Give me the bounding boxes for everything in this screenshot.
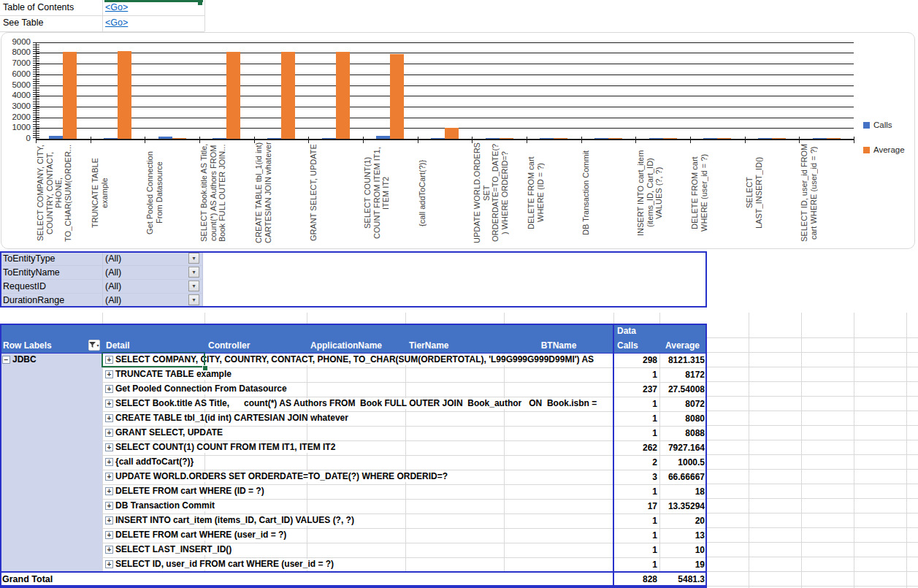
chart-bar-average bbox=[336, 52, 350, 139]
sheet-column-gridline bbox=[405, 313, 406, 324]
legend-swatch-average bbox=[863, 147, 870, 153]
chart-y-gridline bbox=[36, 64, 854, 64]
legend-swatch-calls bbox=[863, 122, 870, 129]
chart-x-category-label: SELECT Book.title AS Title, count(*) AS … bbox=[199, 142, 253, 244]
chart-legend-item: Calls bbox=[863, 121, 892, 129]
chart-bar-calls bbox=[104, 138, 118, 139]
sheet-cell-label: See Table bbox=[3, 18, 43, 28]
data-group-left-border bbox=[613, 324, 614, 587]
chart-y-gridline bbox=[36, 75, 854, 75]
go-link[interactable]: <Go> bbox=[105, 18, 128, 28]
chart-y-tick-label: 3000 bbox=[3, 102, 31, 110]
chart-y-tick-label: 8000 bbox=[3, 47, 31, 56]
chart-bar-average bbox=[500, 138, 513, 139]
cell-selection-remnant bbox=[104, 0, 203, 2]
chart-y-gridline bbox=[36, 85, 854, 86]
chart-y-gridline bbox=[36, 42, 854, 43]
chart-x-category-label: CREATE TABLE tbl_1(id int) CARTESIAN JOI… bbox=[254, 142, 308, 244]
chart-y-tick-label: 7000 bbox=[3, 58, 31, 67]
go-link[interactable]: <Go> bbox=[105, 2, 128, 12]
chart-bar-average bbox=[281, 52, 295, 139]
chart-bar-calls bbox=[813, 138, 827, 139]
chart-x-category-label: {call addToCart(?)} bbox=[418, 142, 472, 244]
chart-x-category-label: DB Transaction Commit bbox=[581, 142, 635, 244]
cell-gridline bbox=[204, 0, 205, 31]
chart-bar-average bbox=[226, 52, 240, 139]
chart-y-gridline bbox=[36, 53, 854, 53]
chart-bar-calls bbox=[49, 136, 63, 139]
pivot-filters: ToEntityType(All)▾ToEntityName(All)▾Requ… bbox=[0, 251, 707, 308]
top-link-cells: Table of Contents<Go>See Table<Go> bbox=[0, 0, 219, 32]
cell-gridline bbox=[102, 0, 103, 31]
chart-x-axis bbox=[36, 139, 854, 140]
chart-bar-calls bbox=[703, 138, 717, 139]
chart-y-gridline bbox=[36, 118, 854, 118]
chart-bar-calls bbox=[267, 138, 281, 139]
chart-y-tick-label: 1000 bbox=[3, 123, 31, 131]
chart-x-category-label: Get Pooled Connection From Datasource bbox=[145, 142, 199, 244]
chart-x-category-label: TRUNCATE TABLE example bbox=[91, 142, 145, 244]
chart-bar-calls bbox=[431, 138, 445, 139]
chart-x-category-label: GRANT SELECT, UPDATE bbox=[309, 142, 363, 244]
chart-x-category-label: DELETE FROM cart WHERE (ID = ?) bbox=[527, 142, 581, 244]
chart-bar-average bbox=[772, 138, 786, 139]
sheet-row-gridlines bbox=[707, 324, 918, 588]
chart-y-tick-label: 4000 bbox=[3, 91, 31, 99]
chart-bar-calls bbox=[486, 138, 500, 139]
chart-y-tick-label: 0 bbox=[3, 134, 31, 142]
sheet-column-gridline bbox=[102, 313, 103, 324]
chart-bar-calls bbox=[213, 138, 226, 139]
chart-bar-calls bbox=[594, 138, 608, 139]
sheet-cell-label: Table of Contents bbox=[3, 2, 74, 13]
table-border-outline bbox=[0, 324, 707, 587]
chart-y-tick-label: 9000 bbox=[3, 37, 31, 46]
chart-bar-calls bbox=[540, 138, 554, 139]
chart-bar-average bbox=[445, 128, 459, 139]
legend-label: Calls bbox=[873, 121, 892, 129]
excel-worksheet: Table of Contents<Go>See Table<Go> 01000… bbox=[0, 0, 918, 588]
sheet-column-gridline bbox=[204, 313, 205, 324]
chart-bar-average bbox=[554, 138, 567, 139]
header-bottom-border bbox=[0, 353, 707, 354]
chart-x-category-label: SELECT LAST_INSERT_ID() bbox=[745, 142, 799, 244]
legend-label: Average bbox=[873, 145, 905, 154]
filter-area-border bbox=[0, 251, 707, 308]
sheet-column-gridline bbox=[613, 313, 614, 324]
chart-y-gridline bbox=[36, 96, 854, 96]
chart-bar-average bbox=[717, 138, 731, 139]
sheet-column-gridline bbox=[307, 313, 307, 324]
pivot-table: Data Row LabelsDetailControllerApplicati… bbox=[0, 324, 707, 588]
sheet-column-gridline bbox=[659, 313, 660, 324]
chart-y-tick-label: 2000 bbox=[3, 112, 31, 121]
chart-bar-calls bbox=[158, 137, 172, 140]
chart-bar-average bbox=[172, 138, 186, 139]
chart-x-category-label: SELECT COMPANY, CITY, COUNTRY, CONTACT, … bbox=[36, 142, 90, 244]
grand-total-top-border bbox=[0, 571, 707, 573]
chart-bar-calls bbox=[758, 138, 772, 139]
pivot-chart[interactable]: 0100020003000400050006000700080009000SEL… bbox=[1, 32, 915, 249]
chart-x-category-label: SELECT ID, user_id FROM cart WHERE (user… bbox=[800, 142, 854, 244]
table-bottom-thick-border bbox=[0, 585, 707, 588]
chart-x-tick bbox=[854, 137, 854, 143]
chart-bar-calls bbox=[322, 138, 336, 139]
chart-bar-average bbox=[118, 51, 131, 139]
chart-bar-average bbox=[608, 138, 622, 139]
chart-x-category-label: UPDATE WORLD.ORDERS SET ORDERDATE=TO_DAT… bbox=[473, 142, 527, 244]
chart-x-category-label: INSERT INTO cart_item (items_ID, Cart_ID… bbox=[636, 142, 690, 244]
chart-bar-calls bbox=[649, 138, 663, 139]
sheet-column-gridline bbox=[504, 313, 505, 324]
selection-fill-handle bbox=[198, 1, 202, 5]
chart-bar-average bbox=[390, 54, 404, 140]
chart-legend-item: Average bbox=[863, 145, 905, 154]
chart-x-category-label: DELETE FROM cart WHERE (user_id = ?) bbox=[690, 142, 744, 244]
chart-bar-average bbox=[63, 52, 77, 139]
chart-x-category-label: SELECT COUNT(1) COUNT FROM ITEM IT1, ITE… bbox=[363, 142, 417, 244]
chart-bar-average bbox=[827, 138, 841, 139]
chart-y-gridline bbox=[36, 107, 854, 107]
chart-y-tick-label: 5000 bbox=[3, 80, 31, 89]
chart-y-tick-label: 6000 bbox=[3, 69, 31, 78]
chart-bar-calls bbox=[376, 136, 390, 139]
chart-y-axis bbox=[36, 42, 37, 140]
chart-bar-average bbox=[663, 138, 677, 139]
